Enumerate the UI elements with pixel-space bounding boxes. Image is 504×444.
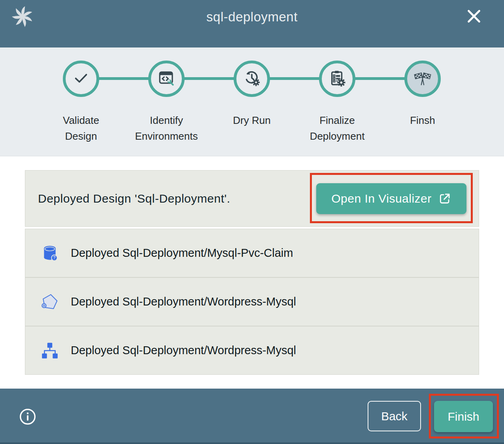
step-label: Dry Run (233, 112, 270, 128)
sql-deployment-modal: sql-deployment Validate Design (0, 0, 504, 444)
modal-header: sql-deployment (0, 0, 504, 47)
modal-footer (0, 389, 504, 444)
footer-bottom-edge (0, 442, 504, 444)
step-finalize-deployment: Finalize Deployment (294, 47, 380, 144)
code-config-icon (157, 69, 176, 89)
step-label: Finsh (410, 112, 435, 128)
back-button[interactable]: Back (368, 401, 421, 431)
finish-button[interactable]: Finish (434, 401, 493, 432)
clipboard-gear-icon (328, 69, 346, 89)
pentagon-component-icon (40, 292, 60, 312)
step-finish: Finsh (380, 47, 465, 144)
deployment-stepper: Validate Design (0, 47, 504, 156)
list-item: ? Deployed Sql-Deployment/Mysql-Pvc-Clai… (25, 229, 479, 277)
close-icon[interactable] (464, 7, 483, 26)
design-result-message: Deployed Design 'Sql-Deployment'. (38, 192, 230, 205)
deployed-items-list: ? Deployed Sql-Deployment/Mysql-Pvc-Clai… (25, 229, 479, 375)
step-identify-environments: Identify Environments (124, 47, 209, 144)
step-circle-validate[interactable] (63, 61, 99, 97)
svg-text:?: ? (53, 256, 56, 260)
list-item-text: Deployed Sql-Deployment/Mysql-Pvc-Claim (71, 247, 293, 260)
step-circle-dry-run[interactable] (234, 61, 270, 97)
check-icon (72, 69, 90, 89)
step-dry-run: Dry Run (209, 47, 294, 144)
modal-title: sql-deployment (0, 9, 504, 25)
dry-run-icon (243, 69, 261, 89)
list-item: Deployed Sql-Deployment/Wordpress-Mysql (25, 277, 479, 326)
list-item: Deployed Sql-Deployment/Wordpress-Mysql (25, 326, 479, 375)
step-label: Identify Environments (131, 112, 202, 144)
step-label: Validate Design (46, 112, 116, 144)
list-item-text: Deployed Sql-Deployment/Wordpress-Mysql (71, 295, 296, 308)
step-label: Finalize Deployment (302, 112, 372, 144)
list-item-text: Deployed Sql-Deployment/Wordpress-Mysql (71, 344, 296, 357)
external-link-icon (438, 192, 451, 205)
step-circle-finalize[interactable] (319, 61, 355, 97)
open-in-visualizer-label: Open In Visualizer (331, 192, 432, 205)
step-validate-design: Validate Design (38, 47, 124, 144)
step-circle-identify[interactable] (148, 61, 185, 97)
info-icon[interactable] (19, 408, 36, 425)
database-question-icon: ? (40, 243, 60, 263)
checkered-flags-icon (412, 68, 433, 90)
hierarchy-icon (40, 341, 60, 361)
open-in-visualizer-button[interactable]: Open In Visualizer (316, 183, 466, 214)
step-circle-finish[interactable] (404, 61, 441, 97)
